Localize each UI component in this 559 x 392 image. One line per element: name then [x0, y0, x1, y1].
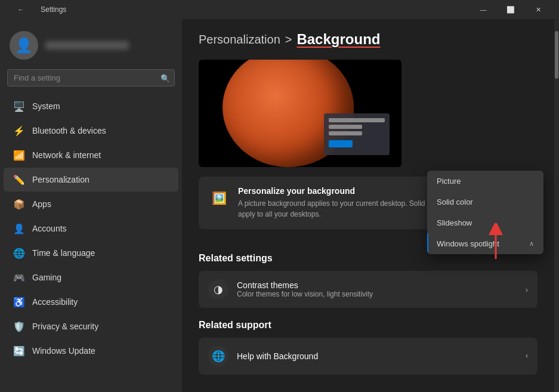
sidebar-item-accounts[interactable]: 👤 Accounts [4, 217, 178, 240]
help-background-item[interactable]: 🌐 Help with Background › [199, 338, 538, 375]
search-input[interactable] [7, 69, 175, 87]
personalization-icon: ✏️ [13, 174, 25, 186]
breadcrumb-parent[interactable]: Personalization [199, 33, 280, 47]
red-arrow-annotation [484, 223, 508, 259]
help-text: Help with Background [237, 351, 517, 361]
personalize-container: 🖼️ Personalize your background A picture… [199, 177, 538, 229]
dropdown-chevron-icon: ∧ [529, 240, 534, 248]
sidebar-item-apps[interactable]: 📦 Apps [4, 192, 178, 216]
sidebar-item-network[interactable]: 📶 Network & internet [4, 143, 178, 167]
breadcrumb-separator: > [285, 33, 292, 47]
personalize-icon: 🖼️ [208, 187, 230, 209]
network-icon: 📶 [13, 149, 25, 161]
card-line-2 [329, 125, 362, 129]
window-controls: — ⬜ ✕ [470, 0, 552, 19]
breadcrumb-current: Background [297, 31, 380, 48]
user-name [45, 41, 129, 50]
titlebar: ← Settings — ⬜ ✕ [0, 0, 559, 19]
search-icon: 🔍 [160, 73, 170, 82]
sidebar-label-bluetooth: Bluetooth & devices [32, 126, 106, 135]
sidebar-item-time[interactable]: 🌐 Time & language [4, 241, 178, 265]
sidebar-item-bluetooth[interactable]: ⚡ Bluetooth & devices [4, 119, 178, 143]
sidebar-label-privacy: Privacy & security [32, 322, 98, 331]
titlebar-left: ← Settings [7, 0, 66, 19]
contrast-themes-item[interactable]: ◑ Contrast themes Color themes for low v… [199, 271, 538, 308]
avatar: 👤 [10, 31, 38, 60]
related-settings-section: Related settings ◑ Contrast themes Color… [199, 253, 538, 308]
contrast-text: Contrast themes Color themes for low vis… [237, 280, 517, 298]
card-button [329, 140, 353, 147]
search-box: 🔍 [7, 69, 175, 87]
sidebar-label-accessibility: Accessibility [32, 297, 78, 307]
help-chevron-icon: › [526, 352, 528, 361]
breadcrumb: Personalization > Background [199, 31, 538, 48]
sidebar-item-gaming[interactable]: 🎮 Gaming [4, 266, 178, 289]
contrast-desc: Color themes for low vision, light sensi… [237, 290, 517, 298]
user-icon: 👤 [15, 37, 33, 54]
contrast-icon: ◑ [208, 279, 228, 300]
sidebar: 👤 🔍 🖥️ System ⚡ Bluetooth & devices 📶 Ne… [0, 19, 182, 392]
sidebar-label-gaming: Gaming [32, 273, 61, 282]
solid-color-label: Solid color [437, 197, 473, 206]
sidebar-label-time: Time & language [32, 248, 95, 258]
help-icon: 🌐 [208, 346, 228, 366]
window-scrollbar[interactable] [554, 19, 559, 392]
apps-icon: 📦 [13, 198, 25, 210]
privacy-icon: 🛡️ [13, 320, 25, 332]
sidebar-item-system[interactable]: 🖥️ System [4, 94, 178, 118]
sidebar-label-update: Windows Update [32, 346, 95, 356]
app-body: 👤 🔍 🖥️ System ⚡ Bluetooth & devices 📶 Ne… [0, 19, 559, 392]
bluetooth-icon: ⚡ [13, 125, 25, 137]
sidebar-label-personalization: Personalization [32, 175, 89, 184]
sidebar-item-accessibility[interactable]: ♿ Accessibility [4, 290, 178, 314]
dropdown-item-solid-color[interactable]: Solid color [427, 192, 543, 212]
sidebar-label-network: Network & internet [32, 150, 101, 160]
sidebar-label-system: System [32, 101, 60, 111]
close-button[interactable]: ✕ [524, 0, 552, 19]
accounts-icon: 👤 [13, 223, 25, 234]
card-line-1 [329, 118, 385, 122]
sidebar-item-privacy[interactable]: 🛡️ Privacy & security [4, 314, 178, 338]
preview-canvas [199, 60, 402, 167]
sidebar-item-personalization[interactable]: ✏️ Personalization [4, 168, 178, 192]
contrast-title: Contrast themes [237, 280, 517, 290]
minimize-button[interactable]: — [470, 0, 497, 19]
maximize-button[interactable]: ⬜ [497, 0, 524, 19]
sidebar-label-accounts: Accounts [32, 224, 67, 233]
slideshow-label: Slideshow [437, 218, 472, 227]
back-button[interactable]: ← [7, 0, 35, 19]
dropdown-item-picture[interactable]: Picture [427, 171, 543, 192]
preview-card [324, 113, 390, 155]
system-icon: 🖥️ [13, 100, 25, 112]
contrast-chevron-icon: › [526, 285, 528, 294]
card-line-3 [329, 131, 362, 135]
update-icon: 🔄 [13, 345, 25, 357]
background-preview [199, 60, 402, 167]
content-area: Personalization > Background 🖼️ [182, 19, 554, 392]
user-section: 👤 [0, 19, 182, 69]
sidebar-item-windows-update[interactable]: 🔄 Windows Update [4, 339, 178, 363]
sidebar-label-apps: Apps [32, 199, 51, 209]
help-title: Help with Background [237, 351, 517, 361]
picture-label: Picture [437, 177, 461, 186]
accessibility-icon: ♿ [13, 296, 25, 308]
nav-list: 🖥️ System ⚡ Bluetooth & devices 📶 Networ… [0, 94, 182, 363]
app-title: Settings [41, 5, 66, 14]
related-support-section: Related support 🌐 Help with Background › [199, 320, 538, 375]
time-icon: 🌐 [13, 247, 25, 259]
scrollbar-thumb[interactable] [555, 31, 558, 79]
gaming-icon: 🎮 [13, 271, 25, 283]
related-support-header: Related support [199, 320, 538, 331]
